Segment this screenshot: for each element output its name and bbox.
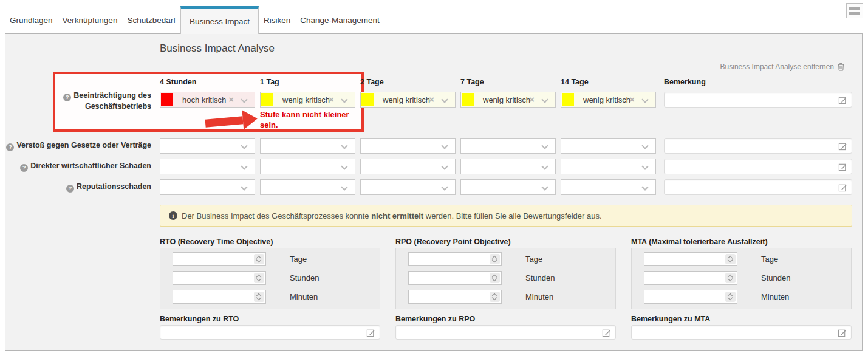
stepper-arrows-icon[interactable] <box>490 292 500 302</box>
rpo-stunden-input[interactable] <box>411 272 485 284</box>
tab-change-management[interactable]: Change-Management <box>295 0 384 33</box>
clear-icon[interactable]: × <box>329 94 334 105</box>
mta-minuten-input[interactable] <box>647 291 721 303</box>
edit-icon[interactable] <box>602 328 611 337</box>
rto-tage-input[interactable] <box>176 253 250 265</box>
rpo-minuten-input[interactable] <box>411 291 485 303</box>
dropdown-impact-1-tag[interactable]: wenig kritisch × <box>260 92 355 108</box>
chevron-down-icon[interactable] <box>641 183 648 190</box>
stepper-arrows-icon[interactable] <box>490 273 500 283</box>
tab-risiken[interactable]: Risiken <box>259 0 295 33</box>
validation-error-text: Stufe kann nicht kleiner sein. <box>260 109 362 130</box>
clear-icon[interactable]: × <box>429 94 434 105</box>
edit-icon[interactable] <box>838 162 847 171</box>
clear-icon[interactable]: × <box>529 94 535 105</box>
dropdown-reputation-7-tage[interactable] <box>460 179 556 195</box>
section-rpo: RPO (Recovery Point Objective) Tage Stun… <box>395 238 616 342</box>
clear-icon[interactable]: × <box>629 94 635 105</box>
stepper-arrows-icon[interactable] <box>254 254 264 264</box>
chevron-down-icon[interactable] <box>641 142 648 149</box>
dropdown-reputation-1-tag[interactable] <box>260 179 355 195</box>
dropdown-schaden-2-tage[interactable] <box>360 159 456 174</box>
help-icon[interactable]: ? <box>63 94 71 101</box>
rpo-remark-input[interactable] <box>400 326 594 338</box>
remark-field-row-1 <box>664 92 852 108</box>
chevron-down-icon[interactable] <box>241 183 247 190</box>
dropdown-schaden-4-stunden[interactable] <box>160 159 255 174</box>
remark-input-row-4[interactable] <box>668 180 832 194</box>
stepper-arrows-icon[interactable] <box>490 254 500 264</box>
rpo-tage-input[interactable] <box>411 253 485 265</box>
chevron-down-icon[interactable] <box>541 96 548 103</box>
dropdown-impact-7-tage[interactable]: wenig kritisch × <box>460 92 556 108</box>
chevron-down-icon[interactable] <box>441 163 448 169</box>
stepper-arrows-icon[interactable] <box>725 273 736 283</box>
help-icon[interactable]: ? <box>20 164 28 172</box>
mta-stunden-input[interactable] <box>647 272 721 284</box>
remove-bia-button[interactable]: Business Impact Analyse entfernen <box>720 63 845 71</box>
remark-field-row-3 <box>664 159 852 174</box>
clear-icon[interactable]: × <box>228 94 234 105</box>
help-icon[interactable]: ? <box>66 185 74 193</box>
tab-grundlagen[interactable]: Grundlagen <box>5 0 58 33</box>
rto-stunden-input[interactable] <box>176 272 250 284</box>
stepper-arrows-icon[interactable] <box>254 273 264 283</box>
dropdown-schaden-1-tag[interactable] <box>260 159 355 174</box>
dropdown-verstoss-1-tag[interactable] <box>260 138 355 154</box>
chevron-down-icon[interactable] <box>541 142 548 149</box>
edit-icon[interactable] <box>366 328 375 337</box>
edit-icon[interactable] <box>838 142 847 151</box>
dropdown-verstoss-2-tage[interactable] <box>360 138 456 154</box>
remark-input-row-1[interactable] <box>668 93 832 106</box>
dropdown-reputation-14-tage[interactable] <box>561 179 656 195</box>
chevron-down-icon[interactable] <box>641 163 648 169</box>
level-color-swatch <box>361 93 374 106</box>
chevron-down-icon[interactable] <box>241 163 247 169</box>
chevron-down-icon[interactable] <box>541 163 548 169</box>
chevron-down-icon[interactable] <box>441 183 448 190</box>
chevron-down-icon[interactable] <box>341 183 347 190</box>
unit-label: Stunden <box>525 273 555 282</box>
edit-icon[interactable] <box>838 328 847 337</box>
chevron-down-icon[interactable] <box>441 142 448 149</box>
tab-verknuepfungen[interactable]: Verknüpfungen <box>58 0 123 33</box>
edit-icon[interactable] <box>838 95 847 104</box>
dropdown-verstoss-7-tage[interactable] <box>460 138 556 154</box>
dropdown-verstoss-4-stunden[interactable] <box>160 138 255 154</box>
tab-business-impact[interactable]: Business Impact <box>180 6 259 34</box>
dropdown-schaden-7-tage[interactable] <box>460 159 556 174</box>
stepper-arrows-icon[interactable] <box>254 292 264 302</box>
chevron-down-icon[interactable] <box>341 142 347 149</box>
dropdown-schaden-14-tage[interactable] <box>561 159 656 174</box>
mta-tage-input[interactable] <box>647 253 721 265</box>
mta-remark-label: Bemerkungen zu MTA <box>631 315 710 323</box>
info-icon: i <box>169 211 177 220</box>
dropdown-impact-2-tage[interactable]: wenig kritisch × <box>360 92 456 108</box>
menu-icon[interactable] <box>846 3 863 18</box>
edit-icon[interactable] <box>838 183 847 192</box>
dropdown-verstoss-14-tage[interactable] <box>561 138 656 154</box>
chevron-down-icon[interactable] <box>641 96 648 103</box>
dropdown-reputation-2-tage[interactable] <box>360 179 456 195</box>
rto-remark-input[interactable] <box>164 326 358 338</box>
section-title-rto: RTO (Recovery Time Objective) <box>160 238 273 246</box>
dropdown-reputation-4-stunden[interactable] <box>160 179 255 195</box>
dropdown-impact-4-stunden[interactable]: hoch kritisch × <box>160 92 255 108</box>
dropdown-impact-14-tage[interactable]: wenig kritisch × <box>561 92 656 108</box>
stepper-arrows-icon[interactable] <box>725 292 736 302</box>
chevron-down-icon[interactable] <box>241 96 247 103</box>
unit-label: Tage <box>761 255 778 264</box>
remark-input-row-3[interactable] <box>668 160 832 173</box>
mta-remark-input[interactable] <box>635 326 830 338</box>
remark-input-row-2[interactable] <box>668 139 832 152</box>
rto-minuten-input[interactable] <box>176 291 250 303</box>
chevron-down-icon[interactable] <box>341 96 347 103</box>
chevron-down-icon[interactable] <box>441 96 448 103</box>
chevron-down-icon[interactable] <box>241 142 247 149</box>
unit-label: Stunden <box>290 273 319 282</box>
stepper-arrows-icon[interactable] <box>725 254 736 264</box>
help-icon[interactable]: ? <box>6 143 14 151</box>
chevron-down-icon[interactable] <box>341 163 347 169</box>
chevron-down-icon[interactable] <box>541 183 548 190</box>
tab-schutzbedarf[interactable]: Schutzbedarf <box>122 0 180 33</box>
